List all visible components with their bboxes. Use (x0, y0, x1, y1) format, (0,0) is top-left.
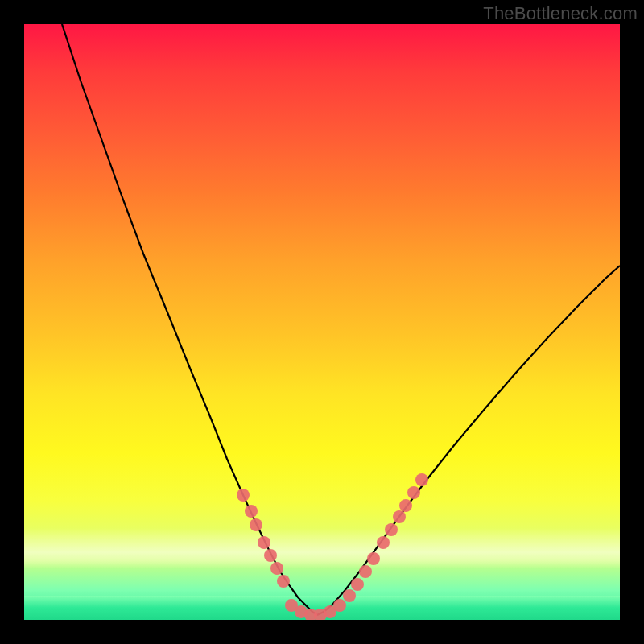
data-point (367, 552, 380, 565)
data-point (377, 536, 390, 549)
data-point (415, 473, 428, 486)
data-point (333, 599, 346, 612)
curve-left (62, 24, 317, 615)
data-point (407, 486, 420, 499)
watermark-text: TheBottleneck.com (483, 3, 638, 24)
data-point (351, 578, 364, 591)
data-point (270, 562, 283, 575)
data-point (343, 589, 356, 602)
data-point (399, 499, 412, 512)
chart-frame (24, 24, 620, 620)
data-point (245, 505, 258, 518)
data-point (250, 518, 262, 531)
curve-right (317, 266, 620, 615)
data-point (264, 549, 277, 562)
data-point (277, 575, 290, 588)
chart-svg (24, 24, 620, 620)
data-point (359, 565, 372, 578)
data-point (393, 510, 406, 523)
data-point (385, 523, 398, 536)
data-point (237, 489, 250, 502)
data-point (258, 536, 270, 549)
